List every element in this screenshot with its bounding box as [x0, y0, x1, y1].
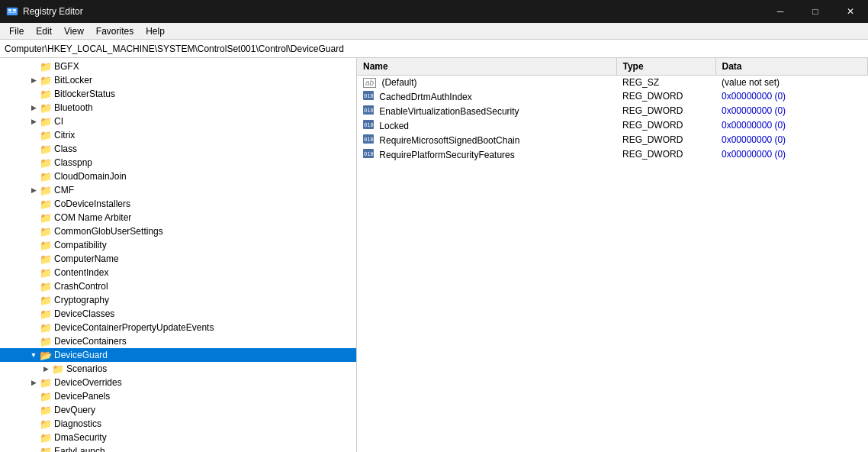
list-item[interactable]: ▶ 📁 DeviceOverrides	[0, 376, 356, 389]
folder-icon: 📁	[40, 280, 52, 292]
list-item[interactable]: ▶ 📁 Scenarios	[0, 362, 356, 376]
tree-panel[interactable]: 📁 BGFX ▶ 📁 BitLocker 📁 BitlockerStatus ▶…	[0, 58, 357, 452]
list-item[interactable]: 📁 ContentIndex	[0, 266, 356, 279]
list-item[interactable]: ▶ 📁 CMF	[0, 183, 356, 197]
item-label: CommonGlobUserSettings	[54, 226, 163, 237]
close-button[interactable]: ✕	[833, 0, 868, 23]
folder-icon: 📁	[40, 321, 52, 334]
item-label: DeviceClasses	[54, 308, 114, 319]
menu-help[interactable]: Help	[140, 24, 171, 38]
maximize-button[interactable]: □	[798, 0, 833, 23]
list-item[interactable]: 📁 ComputerName	[0, 252, 356, 266]
svg-text:010: 010	[364, 137, 374, 143]
app-title: Registry Editor	[23, 6, 83, 17]
reg-type-icon: 010	[363, 120, 374, 129]
folder-icon: 📁	[40, 225, 52, 237]
address-bar: Computer\HKEY_LOCAL_MACHINE\SYSTEM\Contr…	[0, 40, 868, 58]
list-item[interactable]: ▶ 📁 CI	[0, 115, 356, 128]
svg-rect-1	[8, 9, 11, 11]
list-item[interactable]: ▶ 📁 Bluetooth	[0, 101, 356, 115]
reg-type: REG_SZ	[616, 75, 715, 89]
tree-item-deviceguard[interactable]: ▼ 📂 DeviceGuard	[0, 348, 356, 362]
item-label: ComputerName	[54, 253, 119, 264]
folder-icon: 📁	[40, 376, 52, 389]
list-item[interactable]: 📁 DevicePanels	[0, 389, 356, 403]
item-label: Cryptography	[54, 295, 109, 305]
reg-data: 0x00000000 (0)	[715, 89, 868, 104]
svg-text:010: 010	[364, 93, 374, 99]
col-header-type: Type	[616, 58, 715, 75]
reg-type: REG_DWORD	[616, 89, 715, 104]
list-item[interactable]: 📁 Classpnp	[0, 156, 356, 170]
item-label: DeviceGuard	[54, 350, 108, 360]
folder-icon: 📁	[40, 266, 52, 279]
menu-view[interactable]: View	[58, 24, 90, 38]
item-label: CoDeviceInstallers	[54, 199, 130, 209]
expand-icon[interactable]: ▶	[40, 363, 52, 375]
item-label: ContentIndex	[54, 267, 108, 278]
registry-values-panel[interactable]: Name Type Data ab (Default) REG_SZ (valu…	[357, 58, 868, 452]
folder-icon: 📁	[40, 115, 52, 128]
list-item[interactable]: 📁 CrashControl	[0, 279, 356, 293]
expand-icon[interactable]: ▼	[27, 349, 40, 361]
table-row[interactable]: 010 RequirePlatformSecurityFeatures REG_…	[357, 147, 868, 162]
reg-data: 0x00000000 (0)	[715, 118, 868, 133]
menu-edit[interactable]: Edit	[30, 24, 58, 38]
menu-bar: File Edit View Favorites Help	[0, 23, 868, 40]
list-item[interactable]: 📁 DeviceContainerPropertyUpdateEvents	[0, 321, 356, 334]
list-item[interactable]: 📁 DeviceContainers	[0, 334, 356, 348]
menu-file[interactable]: File	[3, 24, 30, 38]
svg-text:010: 010	[364, 108, 374, 114]
menu-favorites[interactable]: Favorites	[90, 24, 140, 38]
reg-name: 010 Locked	[357, 118, 616, 133]
col-header-data: Data	[715, 58, 868, 75]
folder-icon: 📁	[40, 74, 52, 86]
reg-data: 0x00000000 (0)	[715, 133, 868, 147]
list-item[interactable]: 📁 COM Name Arbiter	[0, 211, 356, 224]
list-item[interactable]: 📁 BitlockerStatus	[0, 87, 356, 101]
item-label: DeviceContainers	[54, 336, 127, 347]
table-row[interactable]: ab (Default) REG_SZ (value not set)	[357, 75, 868, 89]
reg-name: 010 EnableVirtualizationBasedSecurity	[357, 104, 616, 118]
list-item[interactable]: 📁 DevQuery	[0, 403, 356, 417]
reg-type: REG_DWORD	[616, 147, 715, 162]
folder-icon: 📁	[40, 390, 52, 402]
expand-icon[interactable]: ▶	[27, 376, 40, 389]
reg-type: REG_DWORD	[616, 118, 715, 133]
item-label: DeviceOverrides	[54, 377, 122, 388]
expand-icon[interactable]: ▶	[27, 115, 40, 128]
table-row[interactable]: 010 CachedDrtmAuthIndex REG_DWORD 0x0000…	[357, 89, 868, 104]
list-item[interactable]: 📁 CloudDomainJoin	[0, 170, 356, 183]
list-item[interactable]: 📁 CommonGlobUserSettings	[0, 224, 356, 238]
list-item[interactable]: ▶ 📁 BitLocker	[0, 73, 356, 87]
list-item[interactable]: 📁 CoDeviceInstallers	[0, 197, 356, 211]
table-row[interactable]: 010 EnableVirtualizationBasedSecurity RE…	[357, 104, 868, 118]
item-label: Diagnostics	[54, 418, 101, 429]
expand-icon[interactable]: ▶	[27, 184, 40, 196]
item-label: BitlockerStatus	[54, 89, 115, 99]
reg-type-icon: 010	[363, 149, 374, 158]
list-item[interactable]: 📁 Citrix	[0, 128, 356, 142]
folder-icon: 📁	[40, 88, 52, 100]
item-label: CloudDomainJoin	[54, 171, 127, 182]
table-row[interactable]: 010 RequireMicrosoftSignedBootChain REG_…	[357, 133, 868, 147]
expand-icon[interactable]: ▶	[27, 74, 40, 86]
item-label: Bluetooth	[54, 102, 93, 113]
minimize-button[interactable]: ─	[763, 0, 798, 23]
list-item[interactable]: 📁 DeviceClasses	[0, 307, 356, 321]
list-item[interactable]: 📁 BGFX	[0, 60, 356, 73]
list-item[interactable]: 📁 Cryptography	[0, 293, 356, 307]
list-item[interactable]: 📁 Class	[0, 142, 356, 156]
reg-name: 010 RequirePlatformSecurityFeatures	[357, 147, 616, 162]
list-item[interactable]: 📁 EarlyLaunch	[0, 444, 356, 452]
folder-icon: 📁	[40, 308, 52, 320]
table-row[interactable]: 010 Locked REG_DWORD 0x00000000 (0)	[357, 118, 868, 133]
list-item[interactable]: 📁 Diagnostics	[0, 417, 356, 431]
reg-type-icon: 010	[363, 91, 374, 100]
item-label: CMF	[54, 185, 74, 195]
expand-icon[interactable]: ▶	[27, 102, 40, 114]
folder-icon: 📁	[40, 431, 52, 444]
app-icon	[6, 5, 18, 18]
list-item[interactable]: 📁 Compatibility	[0, 238, 356, 252]
list-item[interactable]: 📁 DmaSecurity	[0, 431, 356, 444]
